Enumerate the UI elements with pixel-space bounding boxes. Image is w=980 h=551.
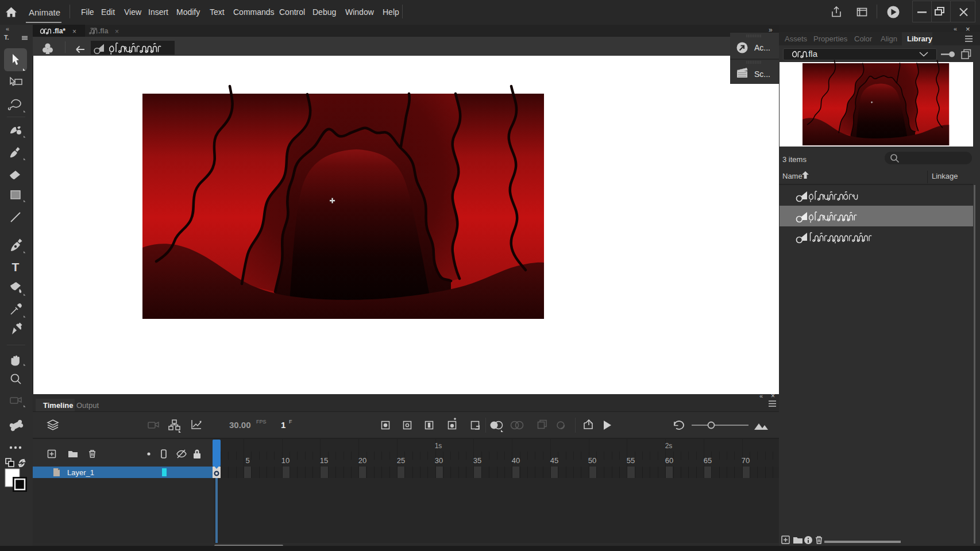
- svg-text:T: T: [12, 260, 20, 273]
